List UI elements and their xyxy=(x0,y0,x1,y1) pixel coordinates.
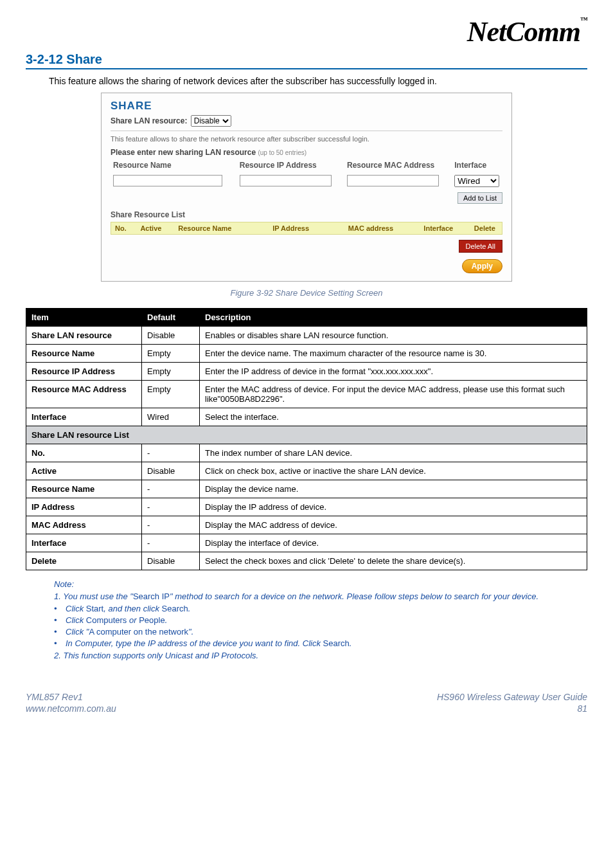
cell-desc: Display the interface of device. xyxy=(200,534,587,552)
hdr-resource-name: Resource Name xyxy=(111,159,237,171)
intro-text: This feature allows the sharing of netwo… xyxy=(49,76,587,86)
panel-subtext-1: This feature allows to share the network… xyxy=(111,135,502,143)
cell-default: Disable xyxy=(142,327,200,345)
sub2-hint: (up to 50 entries) xyxy=(258,149,306,156)
sub2-main: Please enter new sharing LAN resource xyxy=(111,148,256,157)
share-lan-label: Share LAN resource: xyxy=(111,116,187,125)
footer-right: HS960 Wireless Gateway User Guide 81 xyxy=(437,691,587,714)
cell-default: - xyxy=(142,480,200,498)
resource-ip-input[interactable] xyxy=(240,175,332,186)
cell-desc: Click on check box, active or inactive t… xyxy=(200,462,587,480)
cell-item: No. xyxy=(26,444,142,462)
srl-hdr-no: No. xyxy=(111,222,136,234)
cell-default: - xyxy=(142,498,200,516)
cell-default: - xyxy=(142,444,200,462)
hdr-resource-ip: Resource IP Address xyxy=(237,159,344,171)
cell-subhead: Share LAN resource List xyxy=(26,426,587,444)
table-row: InterfaceWiredSelect the interface. xyxy=(26,408,587,426)
table-row: Resource NameEmptyEnter the device name.… xyxy=(26,345,587,363)
footer-guide: HS960 Wireless Gateway User Guide xyxy=(437,691,587,703)
srl-hdr-active: Active xyxy=(136,222,174,234)
n1-pre: 1. You must use the " xyxy=(54,592,133,601)
footer-url: www.netcomm.com.au xyxy=(26,703,116,714)
th-item: Item xyxy=(26,309,142,327)
cell-item: Active xyxy=(26,462,142,480)
table-row: Share LAN resourceDisableEnables or disa… xyxy=(26,327,587,345)
bullet-4: In Computer, type the IP address of the … xyxy=(54,638,587,648)
resource-mac-input[interactable] xyxy=(347,175,439,186)
panel-wrap: SHARE Share LAN resource: Disable This f… xyxy=(26,93,587,282)
footer-page: 81 xyxy=(437,703,587,714)
cell-item: Share LAN resource xyxy=(26,327,142,345)
cell-desc: Enter the device name. The maximum chara… xyxy=(200,345,587,363)
th-description: Description xyxy=(200,309,587,327)
cell-item: Interface xyxy=(26,534,142,552)
srl-hdr-resource-name: Resource Name xyxy=(174,222,269,234)
cell-item: IP Address xyxy=(26,498,142,516)
cell-desc: Display the device name. xyxy=(200,480,587,498)
brand-text: NetComm xyxy=(467,16,580,48)
table-row: ActiveDisableClick on check box, active … xyxy=(26,462,587,480)
logo-row: NetComm™ xyxy=(26,15,587,48)
table-row: MAC Address-Display the MAC address of d… xyxy=(26,516,587,534)
section-heading: 3-2-12 Share xyxy=(26,52,587,69)
cell-desc: Display the MAC address of device. xyxy=(200,516,587,534)
cell-desc: Select the interface. xyxy=(200,408,587,426)
bullet-1: Click Start, and then click Search. xyxy=(54,604,587,613)
share-lan-select[interactable]: Disable xyxy=(191,115,231,127)
delete-all-button[interactable]: Delete All xyxy=(459,240,502,253)
page-footer: YML857 Rev1 www.netcomm.com.au HS960 Wir… xyxy=(26,691,587,714)
bullet-2: Click Computers or People. xyxy=(54,615,587,625)
cell-default: Disable xyxy=(142,462,200,480)
apply-row: Apply xyxy=(111,259,502,273)
table-row: IP Address-Display the IP address of dev… xyxy=(26,498,587,516)
cell-item: Resource MAC Address xyxy=(26,381,142,408)
notes-block: Note: 1. You must use the "Search IP" me… xyxy=(26,579,587,660)
note-line-1: 1. You must use the "Search IP" method t… xyxy=(54,592,587,601)
add-button-row: Add to List xyxy=(111,192,502,204)
th-default: Default xyxy=(142,309,200,327)
table-row: Interface-Display the interface of devic… xyxy=(26,534,587,552)
table-row: No.-The index number of share LAN device… xyxy=(26,444,587,462)
footer-left: YML857 Rev1 www.netcomm.com.au xyxy=(26,691,116,714)
cell-default: Empty xyxy=(142,381,200,408)
panel-subtext-2: Please enter new sharing LAN resource (u… xyxy=(111,148,502,157)
interface-select[interactable]: Wired xyxy=(454,175,499,187)
notes-bullets: Click Start, and then click Search. Clic… xyxy=(54,604,587,648)
brand-logo: NetComm™ xyxy=(467,16,587,48)
cell-item: Interface xyxy=(26,408,142,426)
cell-default: - xyxy=(142,534,200,552)
panel-title: SHARE xyxy=(111,100,502,113)
table-row: Resource MAC AddressEmptyEnter the MAC a… xyxy=(26,381,587,408)
resource-name-input[interactable] xyxy=(113,175,222,186)
cell-default: Disable xyxy=(142,552,200,570)
note-line-2: 2. This function supports only Unicast a… xyxy=(54,651,587,660)
cell-default: Empty xyxy=(142,345,200,363)
srl-hdr-mac: MAC address xyxy=(344,222,420,234)
divider xyxy=(111,131,502,131)
cell-item: Delete xyxy=(26,552,142,570)
cell-default: Wired xyxy=(142,408,200,426)
delete-all-row: Delete All xyxy=(111,240,502,253)
bullet-3: Click "A computer on the network". xyxy=(54,627,587,637)
cell-desc: Enter the MAC address of device. For inp… xyxy=(200,381,587,408)
n1-post: " method to search for a device on the n… xyxy=(170,592,538,601)
share-resource-list-headers: No. Active Resource Name IP Address MAC … xyxy=(111,222,502,235)
new-resource-inputs: Wired xyxy=(111,174,502,188)
description-table: Item Default Description Share LAN resou… xyxy=(26,308,587,570)
table-subhead-row: Share LAN resource List xyxy=(26,426,587,444)
apply-button[interactable]: Apply xyxy=(462,259,502,273)
srl-hdr-delete: Delete xyxy=(470,222,502,234)
cell-default: - xyxy=(142,516,200,534)
cell-desc: Enter the IP address of device in the fo… xyxy=(200,363,587,381)
n1-mid: Search IP xyxy=(133,592,170,601)
table-row: DeleteDisableSelect the check boxes and … xyxy=(26,552,587,570)
footer-rev: YML857 Rev1 xyxy=(26,691,116,703)
table-row: Resource Name-Display the device name. xyxy=(26,480,587,498)
trademark: ™ xyxy=(580,15,587,24)
notes-heading: Note: xyxy=(54,579,587,589)
add-to-list-button[interactable]: Add to List xyxy=(458,192,502,204)
cell-desc: Select the check boxes and click 'Delete… xyxy=(200,552,587,570)
cell-item: Resource IP Address xyxy=(26,363,142,381)
srl-hdr-ip: IP Address xyxy=(269,222,344,234)
